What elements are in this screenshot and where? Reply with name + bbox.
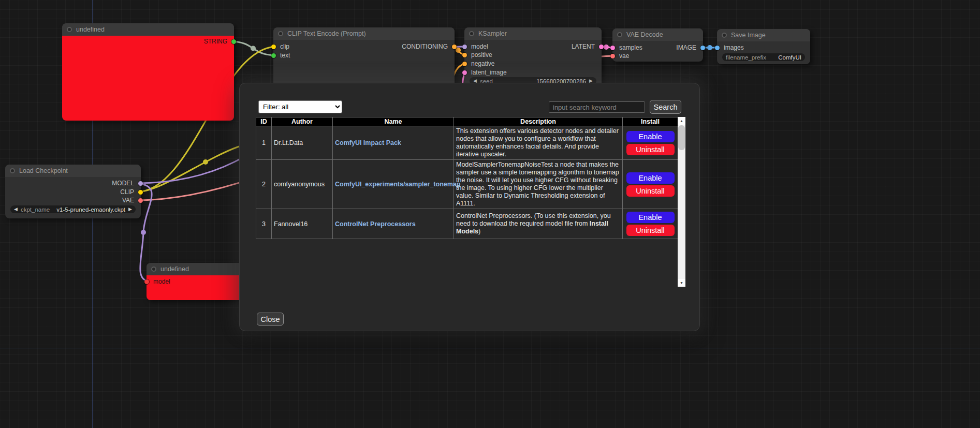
node-load-checkpoint[interactable]: Load Checkpoint MODEL CLIP VAE ◀ ckpt_na… — [5, 165, 141, 218]
increment-arrow-icon[interactable]: ▶ — [128, 205, 132, 213]
collapse-toggle-icon[interactable] — [722, 33, 727, 38]
collapse-toggle-icon[interactable] — [617, 32, 622, 37]
output-slot-image[interactable]: IMAGE — [612, 44, 703, 51]
node-header[interactable]: undefined — [62, 23, 234, 36]
input-slot-negative[interactable]: negative — [464, 60, 602, 67]
output-dot-conditioning[interactable] — [452, 45, 457, 49]
node-title: CLIP Text Encode (Prompt) — [287, 30, 366, 37]
slot-label: model — [153, 278, 170, 285]
node-vae-decode[interactable]: VAE Decode samples vae IMAGE — [612, 28, 703, 62]
wire-midpoint-dot — [456, 48, 461, 53]
input-dot-text[interactable] — [271, 53, 276, 58]
input-dot-vae[interactable] — [610, 54, 615, 58]
input-dot-positive[interactable] — [462, 53, 467, 57]
extension-description: ControlNet Preprocessors. (To use this e… — [454, 209, 623, 239]
slot-label: positive — [471, 51, 492, 58]
extension-author: comfyanonymous — [272, 160, 333, 209]
extension-id: 2 — [256, 160, 272, 209]
input-slot-vae[interactable]: vae — [612, 52, 703, 60]
column-header-author: Author — [272, 117, 333, 126]
output-dot-model[interactable] — [138, 181, 143, 186]
slot-label: CLIP — [120, 188, 134, 196]
input-dot-images[interactable] — [715, 46, 720, 50]
slot-label: STRING — [204, 38, 227, 45]
output-dot-vae[interactable] — [138, 198, 143, 203]
collapse-toggle-icon[interactable] — [67, 27, 72, 32]
extension-id: 1 — [256, 126, 272, 160]
column-header-description: Description — [454, 117, 623, 126]
node-header[interactable]: KSampler — [464, 27, 602, 40]
column-header-name: Name — [333, 117, 454, 126]
search-input[interactable] — [549, 101, 645, 113]
output-dot-string[interactable] — [231, 39, 236, 44]
wire-midpoint-dot — [604, 45, 609, 50]
collapse-toggle-icon[interactable] — [10, 168, 15, 173]
ckpt-name-widget[interactable]: ◀ ckpt_name v1-5-pruned-emaonly.ckpt ▶ — [10, 205, 136, 213]
search-button[interactable]: Search — [650, 100, 681, 114]
slot-label: images — [724, 44, 744, 51]
extension-link[interactable]: ControlNet Preprocessors — [335, 220, 416, 228]
output-dot-image[interactable] — [700, 46, 705, 50]
node-clip-text-encode[interactable]: CLIP Text Encode (Prompt) clip text COND… — [273, 27, 455, 90]
output-slot-string[interactable]: STRING — [62, 38, 234, 45]
collapse-toggle-icon[interactable] — [278, 31, 283, 36]
scroll-up-arrow-icon[interactable]: ▲ — [678, 117, 685, 125]
input-slot-latent-image[interactable]: latent_image — [464, 69, 602, 76]
node-undefined-top[interactable]: undefined STRING — [62, 23, 234, 121]
output-slot-clip[interactable]: CLIP — [5, 188, 141, 196]
close-button[interactable]: Close — [257, 313, 284, 326]
decrement-arrow-icon[interactable]: ◀ — [14, 205, 18, 213]
table-header-row: ID Author Name Description Install — [256, 117, 678, 126]
node-title: Load Checkpoint — [19, 167, 68, 174]
output-dot-clip[interactable] — [138, 190, 143, 195]
node-save-image[interactable]: Save Image images filename_prefix ComfyU… — [717, 29, 810, 64]
output-dot-latent[interactable] — [599, 45, 604, 49]
enable-button[interactable]: Enable — [626, 131, 675, 142]
input-slot-images[interactable]: images — [717, 44, 810, 51]
extension-author: Dr.Lt.Data — [272, 126, 333, 160]
node-header[interactable]: VAE Decode — [612, 28, 703, 41]
slot-label: VAE — [122, 197, 134, 204]
node-header[interactable]: Load Checkpoint — [5, 165, 141, 177]
slot-label: IMAGE — [676, 44, 696, 51]
filter-select[interactable]: Filter: all — [258, 100, 342, 113]
uninstall-button[interactable]: Uninstall — [626, 185, 675, 197]
input-dot-negative[interactable] — [462, 62, 467, 66]
node-title: undefined — [160, 265, 189, 273]
node-header[interactable]: Save Image — [717, 29, 810, 41]
widget-name: ckpt_name — [21, 206, 50, 213]
input-dot-model[interactable] — [144, 279, 149, 284]
filename-prefix-widget[interactable]: filename_prefix ComfyUI — [722, 53, 805, 61]
scroll-down-arrow-icon[interactable]: ▼ — [678, 279, 685, 287]
slot-label: MODEL — [112, 180, 134, 187]
slot-label: LATENT — [572, 43, 595, 50]
scrollbar-thumb[interactable] — [678, 125, 685, 150]
missing-node-body — [62, 36, 234, 121]
enable-button[interactable]: Enable — [626, 212, 675, 223]
input-dot-latent-image[interactable] — [462, 70, 467, 75]
output-slot-latent[interactable]: LATENT — [464, 43, 602, 50]
extension-description: This extension offers various detector n… — [454, 126, 623, 160]
node-ksampler[interactable]: KSampler model positive negative latent_… — [464, 27, 602, 87]
uninstall-button[interactable]: Uninstall — [626, 225, 675, 236]
collapse-toggle-icon[interactable] — [151, 267, 156, 272]
node-header[interactable]: CLIP Text Encode (Prompt) — [273, 27, 455, 40]
extension-link[interactable]: ComfyUI_experiments/sampler_tonemap — [335, 181, 460, 188]
extension-install-cell: Enable Uninstall — [623, 209, 678, 239]
node-title: undefined — [76, 26, 105, 33]
table-scrollbar[interactable]: ▲ ▼ — [678, 117, 685, 287]
uninstall-button[interactable]: Uninstall — [626, 144, 675, 155]
extension-link[interactable]: ComfyUI Impact Pack — [335, 139, 401, 146]
column-header-id: ID — [256, 117, 272, 126]
output-slot-conditioning[interactable]: CONDITIONING — [273, 43, 455, 50]
widget-value: v1-5-pruned-emaonly.ckpt — [56, 206, 125, 213]
output-slot-vae[interactable]: VAE — [5, 197, 141, 204]
enable-button[interactable]: Enable — [626, 172, 675, 184]
output-slot-model[interactable]: MODEL — [5, 180, 141, 187]
extension-id: 3 — [256, 209, 272, 239]
graph-canvas[interactable]: undefined STRING CLIP Text Encode (Promp… — [0, 0, 980, 428]
collapse-toggle-icon[interactable] — [469, 31, 474, 36]
input-slot-positive[interactable]: positive — [464, 51, 602, 58]
extensions-table: ID Author Name Description Install 1 Dr.… — [256, 117, 678, 239]
input-slot-text[interactable]: text — [273, 52, 455, 59]
